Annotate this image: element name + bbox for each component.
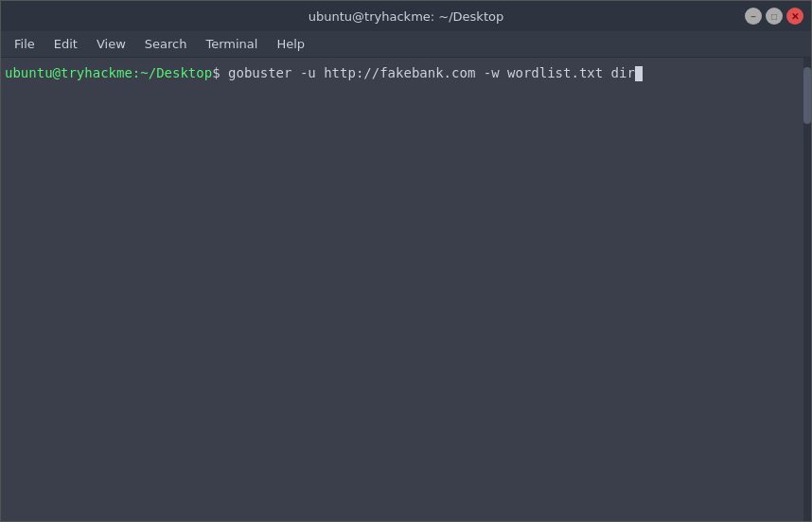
close-button[interactable]: ✕ bbox=[786, 8, 803, 25]
menu-item-search[interactable]: Search bbox=[135, 35, 197, 53]
menu-item-terminal[interactable]: Terminal bbox=[196, 35, 267, 53]
title-bar: ubuntu@tryhackme: ~/Desktop – □ ✕ bbox=[1, 1, 811, 31]
scrollbar-thumb[interactable] bbox=[803, 67, 811, 124]
menu-item-edit[interactable]: Edit bbox=[44, 35, 87, 53]
terminal-body[interactable]: ubuntu@tryhackme:~/Desktop$ gobuster -u … bbox=[1, 58, 811, 521]
prompt-dollar: $ bbox=[212, 63, 220, 83]
menu-item-help[interactable]: Help bbox=[267, 35, 314, 53]
prompt-path: ~/Desktop bbox=[140, 63, 212, 83]
command-text: gobuster -u http://fakebank.com -w wordl… bbox=[221, 63, 635, 83]
terminal-window: ubuntu@tryhackme: ~/Desktop – □ ✕ File E… bbox=[0, 0, 812, 522]
prompt-user: ubuntu@tryhackme: bbox=[5, 63, 140, 83]
cursor bbox=[635, 66, 643, 81]
menu-bar: File Edit View Search Terminal Help bbox=[1, 31, 811, 58]
window-title: ubuntu@tryhackme: ~/Desktop bbox=[309, 9, 503, 24]
terminal-line: ubuntu@tryhackme:~/Desktop$ gobuster -u … bbox=[5, 63, 807, 83]
window-controls: – □ ✕ bbox=[745, 8, 803, 25]
menu-item-file[interactable]: File bbox=[5, 35, 44, 53]
menu-item-view[interactable]: View bbox=[87, 35, 135, 53]
scrollbar-track[interactable] bbox=[803, 58, 811, 521]
maximize-button[interactable]: □ bbox=[766, 8, 783, 25]
minimize-button[interactable]: – bbox=[745, 8, 762, 25]
